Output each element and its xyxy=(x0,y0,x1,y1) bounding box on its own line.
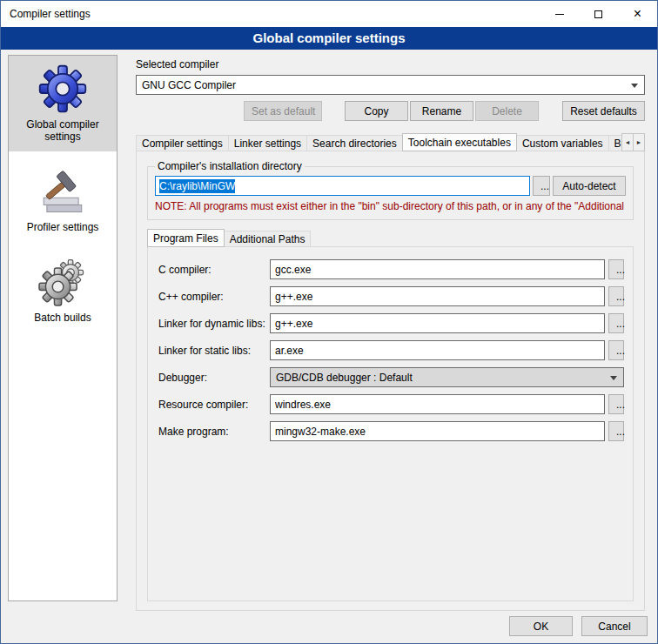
profiler-hammer-icon xyxy=(37,166,88,217)
tab-scroll-buttons: ◄ ► xyxy=(621,133,645,151)
window-title: Compiler settings xyxy=(1,8,91,20)
chevron-down-icon xyxy=(631,84,638,88)
minimize-icon xyxy=(555,14,564,15)
auto-detect-button[interactable]: Auto-detect xyxy=(553,176,626,196)
settings-category-sidebar: Global compiler settings Profiler settin… xyxy=(8,55,118,601)
installation-directory-row: C:\raylib\MinGW ... Auto-detect xyxy=(155,176,626,196)
compiler-actions: Set as default Copy Rename Delete Reset … xyxy=(136,101,645,121)
blue-gear-icon xyxy=(37,64,88,114)
installation-directory-group: Compiler's installation directory C:\ray… xyxy=(147,160,634,220)
linker-dynamic-row: Linker for dynamic libs: ... xyxy=(158,313,624,333)
tab-scroll-right-icon[interactable]: ► xyxy=(633,133,645,151)
delete-button: Delete xyxy=(475,101,539,121)
resource-compiler-row: Resource compiler: ... xyxy=(158,394,624,414)
cpp-compiler-label: C++ compiler: xyxy=(158,291,270,303)
minimize-button[interactable] xyxy=(540,1,579,27)
c-compiler-row: C compiler: ... xyxy=(158,259,624,279)
selected-compiler-label: Selected compiler xyxy=(136,58,645,71)
sidebar-item-batch-builds[interactable]: Batch builds xyxy=(9,249,117,332)
close-button[interactable]: × xyxy=(618,1,657,27)
sidebar-item-label: Global compiler settings xyxy=(12,118,113,143)
browse-cpp-compiler-button[interactable]: ... xyxy=(608,286,624,306)
selected-compiler-dropdown[interactable]: GNU GCC Compiler xyxy=(136,75,645,95)
window-controls: × xyxy=(540,1,657,27)
dialog-header: Global compiler settings xyxy=(1,27,657,50)
linker-static-input[interactable] xyxy=(270,340,605,360)
set-as-default-button: Set as default xyxy=(244,101,322,121)
program-files-page: C compiler: ... C++ compiler: ... Linker… xyxy=(147,246,634,601)
debugger-value: GDB/CDB debugger : Default xyxy=(276,372,413,384)
browse-linker-dynamic-button[interactable]: ... xyxy=(608,313,624,333)
resource-compiler-input[interactable] xyxy=(270,394,605,414)
tab-additional-paths[interactable]: Additional Paths xyxy=(224,231,312,247)
settings-tabstrip: Compiler settings Linker settings Search… xyxy=(136,133,645,151)
chevron-down-icon xyxy=(610,376,617,380)
browse-linker-static-button[interactable]: ... xyxy=(608,340,624,360)
program-files-tabstrip: Program Files Additional Paths xyxy=(147,229,634,247)
tab-compiler-settings[interactable]: Compiler settings xyxy=(136,135,229,151)
browse-directory-button[interactable]: ... xyxy=(533,176,550,196)
toolchain-executables-page: Compiler's installation directory C:\ray… xyxy=(136,151,645,611)
main-panel: Selected compiler GNU GCC Compiler Set a… xyxy=(126,50,652,617)
ok-button[interactable]: OK xyxy=(509,616,573,636)
debugger-label: Debugger: xyxy=(158,372,270,384)
installation-directory-group-title: Compiler's installation directory xyxy=(155,160,305,172)
make-program-input[interactable] xyxy=(270,421,605,441)
rename-button[interactable]: Rename xyxy=(410,101,473,121)
debugger-dropdown[interactable]: GDB/CDB debugger : Default xyxy=(270,367,624,387)
copy-button[interactable]: Copy xyxy=(345,101,408,121)
tab-program-files[interactable]: Program Files xyxy=(147,229,225,247)
browse-resource-compiler-button[interactable]: ... xyxy=(608,394,624,414)
maximize-icon xyxy=(594,10,602,18)
bin-subdirectory-note: NOTE: All programs must exist either in … xyxy=(155,200,626,212)
selected-compiler-value: GNU GCC Compiler xyxy=(142,79,236,91)
cancel-button[interactable]: Cancel xyxy=(581,616,648,636)
tab-scroll-left-icon[interactable]: ◄ xyxy=(621,133,634,151)
debugger-row: Debugger: GDB/CDB debugger : Default xyxy=(158,367,624,387)
c-compiler-input[interactable] xyxy=(270,259,605,279)
tab-toolchain-executables[interactable]: Toolchain executables xyxy=(402,133,517,151)
cpp-compiler-row: C++ compiler: ... xyxy=(158,286,624,306)
dialog-footer: OK Cancel xyxy=(509,616,648,636)
resource-compiler-label: Resource compiler: xyxy=(158,399,270,411)
linker-dynamic-input[interactable] xyxy=(270,313,605,333)
sidebar-item-label: Batch builds xyxy=(34,312,91,324)
tab-linker-settings[interactable]: Linker settings xyxy=(228,135,307,151)
browse-c-compiler-button[interactable]: ... xyxy=(608,259,624,279)
sidebar-item-profiler-settings[interactable]: Profiler settings xyxy=(9,158,117,242)
sidebar-item-label: Profiler settings xyxy=(27,221,99,233)
installation-directory-selected-text: C:\raylib\MinGW xyxy=(159,179,235,193)
close-icon: × xyxy=(634,7,641,21)
tab-search-directories[interactable]: Search directories xyxy=(306,135,403,151)
browse-make-program-button[interactable]: ... xyxy=(608,421,624,441)
gray-gears-icon xyxy=(37,257,88,307)
cpp-compiler-input[interactable] xyxy=(270,286,605,306)
linker-dynamic-label: Linker for dynamic libs: xyxy=(158,318,270,330)
installation-directory-input[interactable]: C:\raylib\MinGW xyxy=(155,176,530,196)
make-program-label: Make program: xyxy=(158,426,270,438)
linker-static-label: Linker for static libs: xyxy=(158,345,270,357)
make-program-row: Make program: ... xyxy=(158,421,624,441)
sidebar-item-global-compiler-settings[interactable]: Global compiler settings xyxy=(9,56,117,151)
linker-static-row: Linker for static libs: ... xyxy=(158,340,624,360)
compiler-settings-window: Compiler settings × Global compiler sett… xyxy=(0,0,658,644)
reset-defaults-button[interactable]: Reset defaults xyxy=(562,101,645,121)
c-compiler-label: C compiler: xyxy=(158,264,270,276)
titlebar: Compiler settings × xyxy=(1,1,657,27)
tab-custom-variables[interactable]: Custom variables xyxy=(516,135,609,151)
maximize-button[interactable] xyxy=(579,1,618,27)
